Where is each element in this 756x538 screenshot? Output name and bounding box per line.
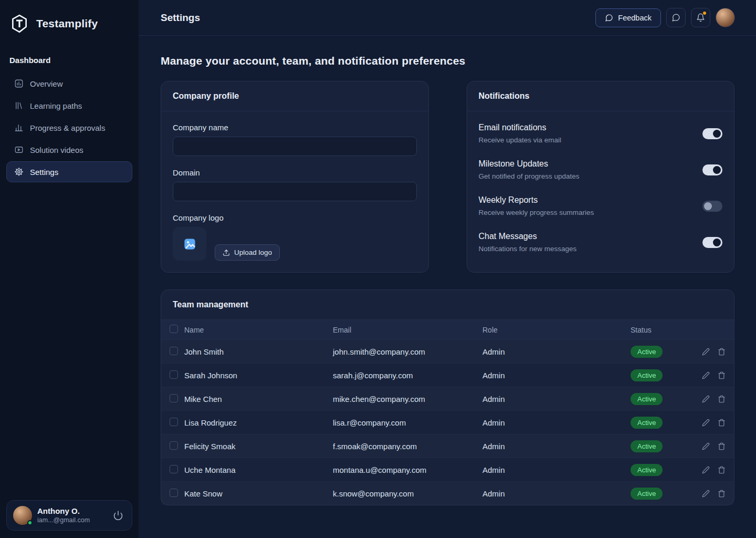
notification-title: Weekly Reports	[479, 195, 594, 205]
sidebar-item-solution-videos[interactable]: Solution videos	[6, 139, 132, 160]
team-management-card: Team management Name Email Role Status J…	[161, 289, 734, 505]
pencil-icon	[702, 490, 710, 498]
cell-name: Kate Snow	[184, 489, 333, 498]
user-meta: Anthony O. iam...@gmail.com	[37, 506, 90, 524]
domain-label: Domain	[173, 168, 417, 177]
cell-email: sarah.j@company.com	[333, 371, 482, 380]
upload-logo-label: Upload logo	[234, 249, 272, 256]
edit-button[interactable]	[702, 395, 710, 403]
column-header-name: Name	[184, 326, 333, 334]
select-all-checkbox[interactable]	[170, 325, 178, 333]
bar-chart-icon	[14, 123, 24, 132]
row-checkbox[interactable]	[170, 465, 178, 473]
sidebar-item-progress-approvals[interactable]: Progress & approvals	[6, 117, 132, 138]
sidebar-item-label: Progress & approvals	[30, 123, 105, 132]
table-row: John Smith john.smith@company.com Admin …	[161, 339, 734, 363]
row-checkbox[interactable]	[170, 418, 178, 426]
topbar-actions: Feedback	[595, 8, 735, 27]
notification-row-milestone: Milestone Updates Get notified of progre…	[479, 159, 723, 180]
cell-name: Felicity Smoak	[184, 442, 333, 451]
sidebar-item-label: Settings	[30, 168, 58, 177]
notification-description: Receive weekly progress summaries	[479, 209, 594, 216]
delete-button[interactable]	[718, 466, 726, 474]
trash-icon	[718, 371, 726, 379]
edit-button[interactable]	[702, 419, 710, 427]
feedback-button-label: Feedback	[618, 14, 652, 22]
column-header-role: Role	[482, 326, 631, 334]
gear-icon	[14, 167, 24, 177]
trash-icon	[718, 419, 726, 427]
user-email: iam...@gmail.com	[37, 516, 90, 525]
notification-text: Chat Messages Notifications for new mess…	[479, 232, 577, 253]
image-placeholder-icon	[183, 237, 197, 251]
cell-role: Admin	[482, 371, 631, 380]
chat-bubble-icon	[671, 13, 680, 22]
profile-avatar[interactable]	[716, 8, 735, 27]
sidebar-section-label: Dashboard	[6, 51, 132, 73]
edit-button[interactable]	[702, 348, 710, 356]
sidebar-item-label: Solution videos	[30, 146, 83, 154]
messages-button[interactable]	[666, 8, 686, 27]
trash-icon	[718, 466, 726, 474]
table-row: Uche Montana montana.u@company.com Admin…	[161, 458, 734, 481]
notification-description: Get notified of progress updates	[479, 172, 580, 180]
row-checkbox[interactable]	[170, 394, 178, 402]
logout-button[interactable]	[111, 508, 125, 523]
main-area: Settings Feedback	[139, 0, 756, 538]
notification-text: Milestone Updates Get notified of progre…	[479, 159, 580, 180]
notifications-button[interactable]	[691, 8, 710, 27]
delete-button[interactable]	[718, 395, 726, 403]
sidebar-item-learning-paths[interactable]: Learning paths	[6, 95, 132, 116]
sidebar-user-card[interactable]: Anthony O. iam...@gmail.com	[6, 500, 132, 531]
edit-button[interactable]	[702, 371, 710, 379]
domain-input[interactable]	[173, 182, 417, 201]
cell-role: Admin	[482, 347, 631, 356]
page-title: Settings	[161, 12, 200, 24]
chat-messages-toggle[interactable]	[702, 237, 722, 248]
delete-button[interactable]	[718, 442, 726, 450]
edit-button[interactable]	[702, 490, 710, 498]
row-checkbox[interactable]	[170, 347, 178, 355]
company-name-input[interactable]	[173, 137, 417, 156]
notification-row-chat: Chat Messages Notifications for new mess…	[479, 232, 723, 253]
cell-name: Mike Chen	[184, 395, 333, 404]
sidebar-item-settings[interactable]: Settings	[6, 161, 132, 182]
status-badge: Active	[631, 393, 663, 405]
row-checkbox[interactable]	[170, 441, 178, 450]
pencil-icon	[702, 395, 710, 403]
cell-name: John Smith	[184, 347, 333, 356]
table-row: Lisa Rodriguez lisa.r@company.com Admin …	[161, 410, 734, 434]
trash-icon	[718, 348, 726, 356]
pencil-icon	[702, 348, 710, 356]
weekly-reports-toggle[interactable]	[702, 201, 722, 212]
power-icon	[113, 510, 123, 521]
notification-row-weekly: Weekly Reports Receive weekly progress s…	[479, 195, 723, 216]
feedback-button[interactable]: Feedback	[595, 8, 661, 27]
delete-button[interactable]	[718, 490, 726, 498]
cell-name: Uche Montana	[184, 465, 333, 474]
status-badge: Active	[631, 488, 663, 500]
books-icon	[14, 101, 24, 110]
sidebar-item-label: Overview	[30, 79, 63, 88]
row-checkbox[interactable]	[170, 370, 178, 379]
user-name: Anthony O.	[37, 506, 90, 516]
table-row: Sarah Johnson sarah.j@company.com Admin …	[161, 363, 734, 387]
edit-button[interactable]	[702, 442, 710, 450]
delete-button[interactable]	[718, 371, 726, 379]
delete-button[interactable]	[718, 419, 726, 427]
sidebar-item-overview[interactable]: Overview	[6, 73, 132, 94]
table-row: Mike Chen mike.chen@company.com Admin Ac…	[161, 387, 734, 410]
email-notifications-toggle[interactable]	[702, 128, 722, 139]
trash-icon	[718, 490, 726, 498]
upload-logo-button[interactable]: Upload logo	[215, 244, 280, 261]
cell-role: Admin	[482, 395, 631, 404]
pencil-icon	[702, 419, 710, 427]
cell-email: mike.chen@company.com	[333, 395, 482, 404]
row-checkbox[interactable]	[170, 489, 178, 497]
edit-button[interactable]	[702, 466, 710, 474]
cell-name: Lisa Rodriguez	[184, 418, 333, 427]
cell-name: Sarah Johnson	[184, 371, 333, 380]
milestone-updates-toggle[interactable]	[702, 164, 722, 175]
delete-button[interactable]	[718, 348, 726, 356]
notification-title: Email notifications	[479, 123, 562, 132]
